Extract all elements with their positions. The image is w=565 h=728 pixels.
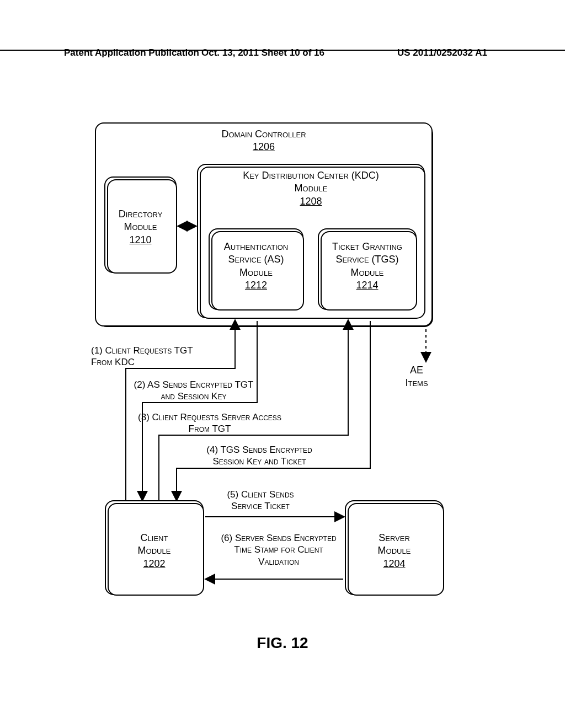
tgs-ref: 1214 (319, 279, 415, 292)
arrows-svg (0, 0, 565, 728)
ae-items-label: AE Items (397, 364, 436, 389)
server-title: Server Module (367, 532, 422, 558)
step-5-label: (5) Client Sends Service Ticket (214, 489, 307, 512)
step-2-label: (2) AS Sends Encrypted TGT and Session K… (132, 379, 255, 403)
directory-title: Directory Module (105, 208, 175, 234)
client-module-box: Client Module 1202 (105, 500, 204, 595)
tgs-module-box: Ticket Granting Service (TGS) Module 121… (318, 228, 417, 310)
as-module-box: Authentication Service (AS) Module 1212 (209, 228, 303, 310)
step-6-label: (6) Server Sends Encrypted Time Stamp fo… (218, 532, 339, 568)
as-ref: 1212 (210, 279, 302, 292)
directory-ref: 1210 (105, 234, 175, 247)
kdc-title: Key Distribution Center (KDC) Module (228, 169, 394, 195)
figure-caption: FIG. 12 (0, 634, 565, 652)
domain-controller-ref: 1206 (96, 141, 431, 153)
server-module-box: Server Module 1204 (345, 500, 444, 595)
client-ref: 1202 (106, 558, 202, 570)
client-title: Client Module (127, 532, 182, 558)
step-1-label: (1) Client Requests TGT From KDC (91, 345, 206, 368)
step-3-label: (3) Client Requests Server Access From T… (138, 411, 281, 435)
domain-controller-title: Domain Controller (96, 128, 431, 141)
server-ref: 1204 (346, 558, 443, 570)
tgs-title: Ticket Granting Service (TGS) Module (323, 240, 412, 279)
step-4-label: (4) TGS Sends Encrypted Session Key and … (193, 444, 326, 468)
kdc-ref: 1208 (198, 195, 424, 208)
diagram-canvas: Domain Controller 1206 Directory Module … (0, 0, 565, 728)
as-title: Authentication Service (AS) Module (215, 240, 297, 279)
directory-module-box: Directory Module 1210 (104, 176, 177, 273)
